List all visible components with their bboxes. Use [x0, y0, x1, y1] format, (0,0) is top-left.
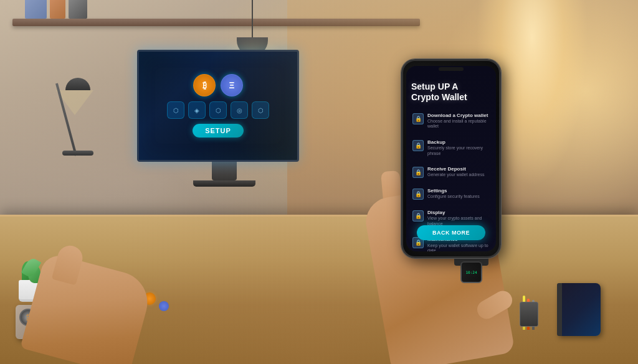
back-more-button[interactable]: BACK MORE — [417, 225, 485, 240]
wallet-item-title: Settings — [427, 188, 490, 194]
monitor-setup-button[interactable]: SETUP — [193, 124, 244, 138]
wallet-item-text: Download a Crypto wallet Choose and inst… — [427, 113, 490, 129]
screen-content: ₿ Ξ ⬡ ◈ ⬡ ◎ ⬡ SETUP — [139, 52, 297, 160]
wallet-item-desc: Choose and install a reputable wallet — [427, 119, 490, 129]
wallet-item-icon: 🔒 — [412, 113, 424, 124]
desk-lamp — [62, 81, 77, 156]
wallet-item-text: Settings Configure security features — [427, 188, 490, 200]
bitcoin-icon: ₿ — [193, 74, 216, 96]
shelf-item — [69, 0, 87, 19]
phone-notch — [439, 67, 464, 71]
wallet-item-title: Display — [427, 210, 490, 216]
wallet-item-icon: 🔒 — [412, 210, 424, 222]
screen-grid-item: ⬡ — [252, 101, 269, 119]
wallet-item-icon: 🔒 — [412, 140, 424, 151]
shelf-item — [50, 0, 65, 19]
monitor: ₿ Ξ ⬡ ◈ ⬡ ◎ ⬡ SETUP — [137, 50, 312, 180]
wallet-item-desc: Securely store your recovery phrase — [427, 146, 490, 156]
screen-grid-item: ◈ — [188, 101, 206, 119]
crypto-icons-row: ₿ Ξ — [193, 74, 243, 96]
ethereum-icon: Ξ — [221, 74, 243, 96]
wallet-item-desc: Keep your wallet software up to date — [427, 243, 490, 252]
pendant-light — [237, 0, 268, 56]
wallet-item-desc: Generate your wallet address — [427, 172, 490, 177]
screen-grid-item: ⬡ — [209, 101, 227, 119]
wallet-item-icon: 🔒 — [412, 189, 424, 200]
wallet-item-title: Backup — [427, 139, 490, 146]
holder-body — [520, 302, 538, 327]
wallet-list-item[interactable]: 🔒 Download a Crypto wallet Choose and in… — [411, 110, 491, 132]
monitor-stand — [212, 162, 237, 180]
monitor-base — [193, 180, 255, 187]
screen-grid-item: ◎ — [231, 101, 248, 119]
screen-grid-item: ⬡ — [167, 101, 184, 119]
wallet-item-desc: Configure security features — [427, 194, 490, 199]
wallet-item-text: Receive Deposit Generate your wallet add… — [427, 166, 490, 178]
scene: ₿ Ξ ⬡ ◈ ⬡ ◎ ⬡ SETUP — [0, 0, 638, 364]
hand-phone-container: 10:24 Setup UP ACrypto Wallet 🔒 Download… — [314, 40, 513, 364]
eth-token — [159, 301, 169, 311]
shelf — [12, 19, 420, 26]
wallet-item-text: Backup Securely store your recovery phra… — [427, 139, 490, 156]
wallet-item-icon: 🔒 — [412, 167, 424, 178]
wallet-item-text: Display View your crypto assets and bala… — [427, 210, 490, 226]
monitor-screen: ₿ Ξ ⬡ ◈ ⬡ ◎ ⬡ SETUP — [137, 50, 299, 162]
notebook — [557, 283, 601, 336]
smartphone: Setup UP ACrypto Wallet 🔒 Download a Cry… — [401, 59, 501, 258]
wallet-item-title: Receive Deposit — [427, 166, 490, 172]
phone-frame: Setup UP ACrypto Wallet 🔒 Download a Cry… — [401, 59, 501, 258]
wallet-list-item[interactable]: 🔒 Receive Deposit Generate your wallet a… — [411, 164, 491, 180]
shelf-item — [25, 0, 47, 19]
pencil-holder — [520, 302, 538, 330]
notebook-body — [557, 283, 601, 336]
wallet-list-item[interactable]: 🔒 Settings Configure security features — [411, 185, 491, 202]
lamp-base — [62, 151, 93, 156]
screen-icons-grid: ⬡ ◈ ⬡ ◎ ⬡ — [167, 101, 269, 119]
watch-display: 10:24 — [465, 270, 477, 274]
watch-face: 10:24 — [460, 261, 482, 283]
light-cord — [252, 0, 253, 37]
phone-title: Setup UP ACrypto Wallet — [411, 82, 491, 103]
wallet-item-title: Download a Crypto wallet — [427, 113, 490, 119]
wallet-list-item[interactable]: 🔒 Backup Securely store your recovery ph… — [411, 137, 491, 159]
phone-screen: Setup UP ACrypto Wallet 🔒 Download a Cry… — [406, 66, 496, 251]
